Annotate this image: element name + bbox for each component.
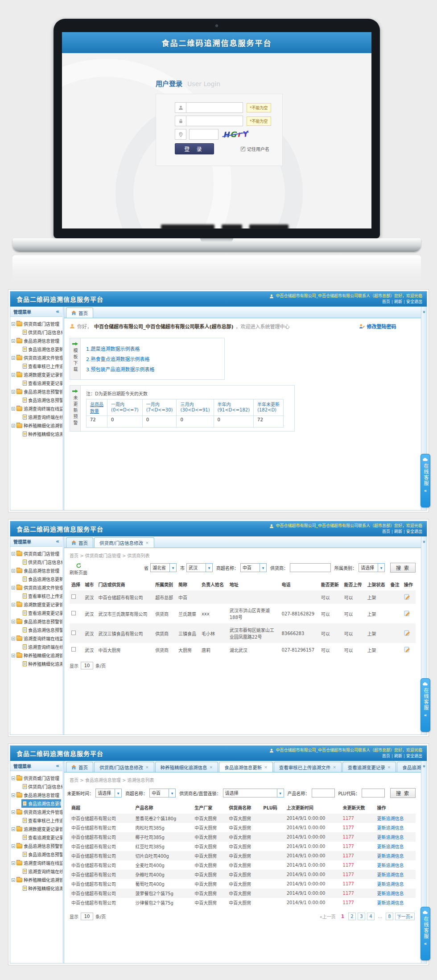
- edit-icon[interactable]: [404, 646, 410, 652]
- filter-select[interactable]: 中百▼: [149, 789, 176, 797]
- row-checkbox[interactable]: [71, 611, 76, 615]
- sidebar-group[interactable]: 食品追溯信息预警管理: [12, 617, 61, 626]
- captcha-input[interactable]: [189, 129, 218, 140]
- collapse-toggle-icon[interactable]: [12, 603, 15, 606]
- pagination-next[interactable]: 下一页»: [395, 913, 415, 920]
- remember-checkbox[interactable]: [241, 147, 245, 151]
- sidebar-group[interactable]: 追溯数据变更记录管理: [12, 600, 61, 609]
- edit-icon[interactable]: [404, 630, 410, 636]
- nav-logout-link[interactable]: 安全退出: [406, 299, 422, 304]
- update-trace-link[interactable]: 更新追溯信息: [377, 816, 404, 821]
- username-input[interactable]: [186, 102, 243, 113]
- sidebar-item[interactable]: 追溯查询终端在线状态: [21, 867, 61, 876]
- collapse-down-icon[interactable]: «: [421, 311, 427, 313]
- template-download-link[interactable]: 2.熟食重点追溯数据示例表格: [86, 355, 219, 362]
- update-trace-link[interactable]: 更新追溯信息: [377, 826, 404, 831]
- sidebar-item[interactable]: 食品追溯信息更新: [21, 575, 61, 583]
- sidebar-item[interactable]: 食品追溯信息预警: [21, 626, 61, 634]
- sidebar-group[interactable]: 追溯查询终端在线监测: [12, 634, 61, 643]
- close-tab-icon[interactable]: ×: [333, 765, 336, 769]
- tab[interactable]: 首页: [66, 762, 93, 772]
- nav-refresh-link[interactable]: 刷新: [394, 299, 402, 304]
- password-input[interactable]: [186, 116, 243, 126]
- collapse-toggle-icon[interactable]: [12, 777, 15, 780]
- filter-input[interactable]: [290, 563, 331, 572]
- collapse-toggle-icon[interactable]: [12, 844, 15, 848]
- filter-select[interactable]: 请选择▼: [95, 789, 122, 797]
- search-button[interactable]: 搜 索: [390, 563, 416, 573]
- page-size-input[interactable]: 10: [81, 662, 93, 669]
- sidebar-item[interactable]: 查看审核已上传追溯文件: [21, 816, 61, 825]
- sidebar-item[interactable]: 追溯查询终端在线状态: [21, 413, 61, 421]
- close-tab-icon[interactable]: ×: [145, 540, 149, 545]
- update-trace-link[interactable]: 更新追溯信息: [377, 844, 404, 849]
- update-trace-link[interactable]: 更新追溯信息: [377, 854, 404, 859]
- collapse-toggle-icon[interactable]: [12, 810, 15, 814]
- sidebar-item[interactable]: 食品追溯信息预警: [21, 396, 61, 404]
- sidebar-item[interactable]: 食品追溯信息预警: [21, 850, 61, 859]
- page-size-input[interactable]: 10: [81, 913, 93, 920]
- tab[interactable]: 食品追溯信息预警×: [397, 762, 421, 772]
- collapse-toggle-icon[interactable]: [12, 552, 15, 556]
- change-password-link[interactable]: 修改登陆密码: [367, 323, 396, 330]
- sidebar-item[interactable]: 查看追溯变更记录: [21, 609, 61, 617]
- online-service-tab[interactable]: 在线客服 «: [421, 907, 430, 960]
- sidebar-item[interactable]: 种养殖精细化追溯信息: [21, 660, 61, 668]
- template-download-link[interactable]: 3.预包装产品追溯数据示例表格: [86, 365, 219, 373]
- edit-icon[interactable]: [404, 594, 410, 600]
- sidebar-group[interactable]: 供货商或门店管理: [12, 320, 61, 328]
- sidebar-item[interactable]: 供货商/门店信息修改: [21, 782, 61, 791]
- tab[interactable]: 供货商/门店信息修改×: [94, 762, 154, 772]
- sidebar-group[interactable]: 供货商追溯文件管理: [12, 808, 61, 816]
- collapse-toggle-icon[interactable]: [12, 620, 15, 623]
- nav-home-link[interactable]: 首页: [382, 754, 390, 758]
- collapse-toggle-icon[interactable]: [12, 407, 15, 411]
- filter-select[interactable]: 武汉▼: [186, 563, 213, 572]
- tab[interactable]: 查看审核已上传追溯文件×: [274, 762, 342, 772]
- sidebar-item[interactable]: 种养殖精细化追溯信息: [21, 884, 61, 893]
- sidebar-item[interactable]: 追溯查询终端在线状态: [21, 643, 61, 651]
- update-trace-link[interactable]: 更新追溯信息: [377, 872, 404, 877]
- refresh-page-button[interactable]: 刷新页面: [70, 563, 87, 576]
- collapse-toggle-icon[interactable]: [12, 390, 15, 394]
- tab[interactable]: 种养殖精细化追溯信息×: [155, 762, 218, 772]
- sidebar-group[interactable]: 供货商或门店管理: [12, 549, 61, 558]
- pagination-page[interactable]: 3: [358, 913, 365, 920]
- sidebar-group[interactable]: 供货商追溯文件管理: [12, 583, 61, 592]
- collapse-toggle-icon[interactable]: [12, 322, 15, 326]
- close-tab-icon[interactable]: ×: [210, 765, 213, 769]
- sidebar-item[interactable]: 查看审核已上传追溯文件: [21, 592, 61, 600]
- nav-refresh-link[interactable]: 刷新: [394, 529, 402, 534]
- template-download-link[interactable]: 1.蔬菜追溯数据示例表格: [86, 345, 219, 352]
- filter-input[interactable]: [312, 789, 335, 797]
- collapse-toggle-icon[interactable]: [12, 793, 15, 797]
- tab[interactable]: 供货商/门店信息修改×: [94, 537, 154, 548]
- update-trace-link[interactable]: 更新追溯信息: [377, 835, 404, 840]
- sidebar-item[interactable]: 供货商/门店信息修改: [21, 328, 61, 336]
- sidebar-collapse-icon[interactable]: «: [56, 538, 59, 544]
- pagination-page[interactable]: 1: [339, 913, 346, 920]
- update-trace-link[interactable]: 更新追溯信息: [377, 901, 404, 905]
- captcha-image[interactable]: HGrY: [223, 129, 249, 139]
- nav-logout-link[interactable]: 安全退出: [406, 529, 422, 534]
- sidebar-item[interactable]: 种养殖精细化追溯信息: [21, 430, 61, 438]
- sidebar-group[interactable]: 追溯数据变更记录管理: [12, 370, 61, 379]
- sidebar-group[interactable]: 种养殖精细化追溯管理: [12, 651, 61, 660]
- sidebar-group[interactable]: 食品追溯信息管理: [12, 791, 61, 799]
- nav-refresh-link[interactable]: 刷新: [394, 754, 402, 758]
- sidebar-group[interactable]: 种养殖精细化追溯管理: [12, 876, 61, 884]
- collapse-toggle-icon[interactable]: [12, 424, 15, 428]
- collapse-toggle-icon[interactable]: [12, 339, 15, 343]
- sidebar-group[interactable]: 食品追溯信息预警管理: [12, 842, 61, 850]
- pagination-page[interactable]: 8: [386, 913, 393, 920]
- filter-select[interactable]: 中百▼: [240, 563, 267, 572]
- collapse-down-icon[interactable]: «: [421, 540, 427, 543]
- collapse-toggle-icon[interactable]: [12, 637, 15, 640]
- search-button[interactable]: 搜 索: [390, 788, 416, 798]
- edit-icon[interactable]: [404, 610, 410, 616]
- sidebar-group[interactable]: 追溯查询终端在线监测: [12, 859, 61, 867]
- sidebar-group[interactable]: 供货商追溯文件管理: [12, 353, 61, 362]
- nav-home-link[interactable]: 首页: [382, 529, 390, 534]
- sidebar-item[interactable]: 食品追溯信息更新: [21, 345, 61, 353]
- filter-input[interactable]: [362, 789, 385, 797]
